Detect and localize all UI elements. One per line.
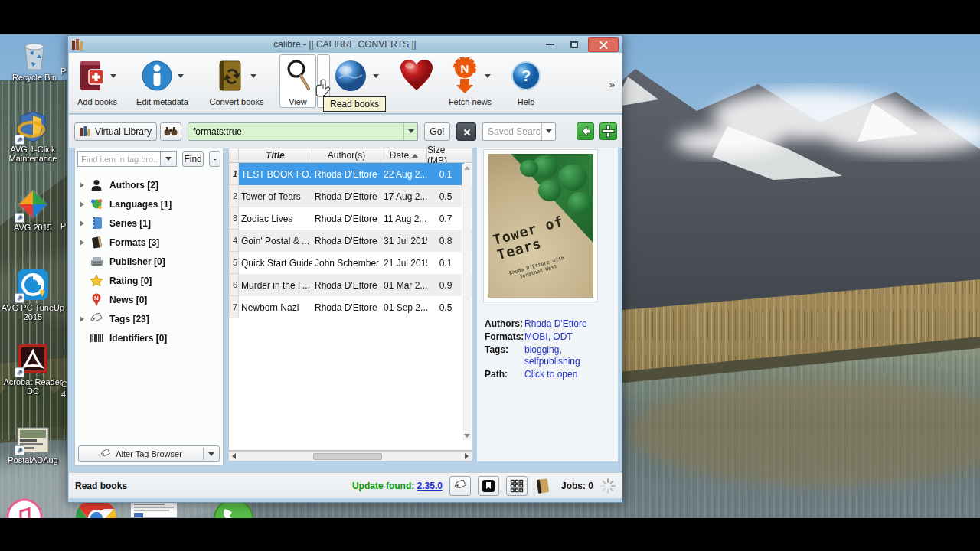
tag-browser-find-input[interactable] [77, 151, 160, 167]
table-row[interactable]: 7 Newborn Nazi Rhoda D'Ettore 01 Sep 2..… [229, 296, 472, 318]
desktop-icon-avg-tuneup[interactable]: ↗ AVG PC TuneUp 2015 [0, 268, 66, 321]
donate-button[interactable] [394, 57, 439, 97]
format-links[interactable]: MOBI, ODT [524, 331, 573, 342]
tree-item-series[interactable]: Series [1] [75, 214, 223, 233]
table-row[interactable]: 3 Zodiac Lives Rhoda D'Ettore 11 Aug 2..… [229, 207, 472, 230]
maximize-button[interactable] [564, 38, 585, 51]
shortcut-arrow-icon: ↗ [15, 135, 24, 145]
collapse-all-button[interactable]: - [209, 151, 220, 167]
jobs-label[interactable]: Jobs: 0 [561, 481, 593, 491]
expand-arrow-icon[interactable] [80, 182, 84, 188]
desktop-icon-postaladaug[interactable]: ↗ PostalADAug [0, 426, 66, 465]
tag-browser-panel: Find - Authors [2] [74, 148, 224, 466]
expand-arrow-icon[interactable] [80, 240, 84, 246]
tree-item-label: Languages [1] [109, 199, 172, 210]
column-header-title[interactable]: Title [239, 148, 312, 162]
jobs-spinner-icon[interactable] [599, 478, 616, 494]
table-row[interactable]: 5 Quick Start Guide John Schember 21 Jul… [229, 252, 472, 274]
author-link[interactable]: Rhoda D'Ettore [524, 318, 587, 329]
clear-search-button[interactable] [456, 122, 476, 141]
update-version-link[interactable]: 2.35.0 [417, 481, 443, 491]
desktop-icon-acrobat[interactable]: ↗ Acrobat Reader DC [0, 342, 66, 396]
close-button[interactable] [588, 37, 619, 52]
fetch-news-button[interactable]: N Fetch news [438, 57, 502, 106]
tag-link[interactable]: selfpublishing [524, 356, 580, 367]
column-header-date[interactable]: Date [381, 148, 427, 162]
dropdown-arrow-icon [373, 74, 379, 78]
book-cover-art: Tower of Tears Rhoda D'Ettore with Jonat… [488, 154, 593, 298]
toolbar-button-label: Convert books [210, 97, 264, 106]
title-bar[interactable]: calibre - || CALIBRE CONVERTS || [68, 36, 622, 53]
table-row[interactable]: 6 Murder in the F... Rhoda D'Ettore 01 M… [229, 274, 472, 296]
authors-label: Authors: [485, 318, 524, 330]
expand-arrow-icon[interactable] [80, 201, 84, 207]
cover-browser-toggle-button[interactable] [478, 476, 499, 496]
letterbox-bar-bottom [0, 518, 980, 551]
tree-item-tags[interactable]: Tags [23] [75, 309, 223, 328]
expand-arrow-icon[interactable] [80, 220, 84, 227]
save-search-button[interactable] [599, 122, 617, 140]
tree-item-news[interactable]: N News [0] [75, 290, 223, 309]
toolbar-button-label: View [289, 97, 307, 106]
tree-item-publisher[interactable]: Publisher [0] [75, 252, 223, 271]
tree-item-formats[interactable]: Formats [3] [75, 233, 223, 252]
tag-link[interactable]: blogging, [524, 344, 562, 355]
convert-books-button[interactable]: Convert books [201, 57, 273, 106]
chevron-down-icon [546, 129, 552, 133]
find-dropdown-button[interactable] [160, 151, 177, 167]
sort-ascending-icon [412, 154, 418, 158]
copy-search-to-saved-button[interactable] [577, 122, 594, 140]
horizontal-scrollbar[interactable] [228, 451, 472, 461]
tag-browser-toggle-button[interactable] [449, 476, 471, 496]
dropdown-arrow-icon [110, 74, 116, 78]
scrollbar-thumb[interactable] [313, 453, 382, 460]
vertical-scrollbar[interactable] [462, 164, 471, 440]
search-input[interactable] [188, 126, 403, 137]
go-button[interactable]: Go! [424, 122, 450, 141]
row-number-header [229, 148, 239, 162]
column-header-authors[interactable]: Author(s) [312, 148, 381, 162]
view-button[interactable]: View [281, 57, 315, 106]
saved-searches-dropdown-button[interactable] [541, 123, 555, 140]
scroll-down-icon[interactable] [464, 434, 470, 438]
find-button[interactable]: Find [182, 151, 204, 167]
chevron-down-icon [208, 452, 214, 456]
hidden-icon-label-fragment: C [61, 380, 67, 389]
table-row[interactable]: 1 TEST BOOK FO... Rhoda D'Ettore 22 Aug … [229, 163, 472, 185]
scroll-right-icon[interactable] [465, 453, 469, 459]
desktop-icon-recycle-bin[interactable]: Recycle Bin [2, 37, 67, 82]
help-button[interactable]: ? Help [501, 57, 551, 106]
minimize-button[interactable] [539, 38, 560, 51]
expand-arrow-icon[interactable] [80, 316, 84, 322]
toolbar-overflow-button[interactable]: » [609, 79, 615, 90]
column-header-size[interactable]: Size (MB) [427, 148, 464, 162]
desktop-icon-label: AVG 2015 [0, 223, 66, 232]
search-dropdown-button[interactable] [403, 123, 417, 140]
tree-item-languages[interactable]: Languages [1] [75, 194, 223, 214]
scroll-up-icon[interactable] [464, 166, 470, 170]
main-area: Find - Authors [2] [69, 148, 622, 472]
edit-metadata-button[interactable]: Edit metadata [132, 57, 193, 106]
alter-tag-browser-button[interactable]: Alter Tag Browser [78, 445, 220, 462]
shortcut-arrow-icon: ↗ [15, 293, 24, 303]
search-highlight-button[interactable] [160, 122, 181, 141]
desktop-icon-avg-1click[interactable]: ↗ AVG 1-Click Maintenance [0, 109, 66, 163]
itunes-icon[interactable] [6, 498, 43, 518]
book-details-toggle-button[interactable] [532, 476, 554, 496]
tree-item-authors[interactable]: Authors [2] [75, 175, 223, 194]
tree-item-label: Publisher [0] [109, 256, 165, 267]
table-row[interactable]: 4 Goin' Postal & ... Rhoda D'Ettore 31 J… [229, 230, 472, 252]
tree-item-identifiers[interactable]: Identifiers [0] [75, 328, 223, 347]
desktop: Recycle Bin ↗ AVG 1-Click Maintenance ↗ … [0, 34, 980, 518]
alter-dropdown-button[interactable] [204, 452, 219, 456]
add-books-button[interactable]: Add books [70, 57, 124, 106]
virtual-library-button[interactable]: Virtual Library [74, 122, 157, 141]
table-row[interactable]: 2 Tower of Tears Rhoda D'Ettore 17 Aug 2… [229, 185, 472, 207]
saved-searches-combo[interactable]: Saved Searches [482, 122, 556, 141]
tree-item-rating[interactable]: Rating [0] [75, 271, 223, 290]
path-link[interactable]: Click to open [524, 369, 577, 380]
book-cover[interactable]: Tower of Tears Rhoda D'Ettore with Jonat… [483, 149, 598, 302]
scroll-left-icon[interactable] [232, 453, 236, 459]
cover-grid-toggle-button[interactable] [506, 476, 528, 496]
desktop-icon-avg-2015[interactable]: ↗ AVG 2015 [0, 187, 66, 232]
